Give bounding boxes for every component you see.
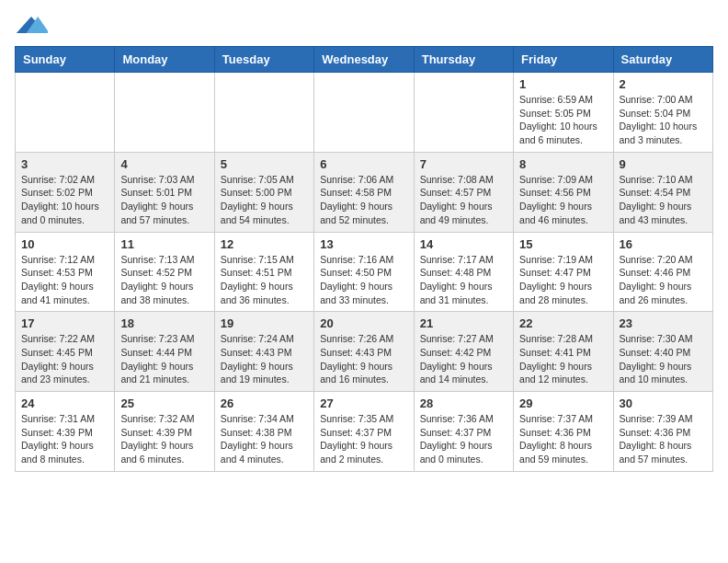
calendar-cell [314,73,414,153]
day-number: 3 [21,157,108,171]
calendar-cell: 20Sunrise: 7:26 AM Sunset: 4:43 PM Dayli… [314,312,414,392]
day-number: 21 [420,316,507,330]
day-info: Sunrise: 7:22 AM Sunset: 4:45 PM Dayligh… [21,332,108,386]
day-number: 26 [221,396,308,410]
day-info: Sunrise: 7:27 AM Sunset: 4:42 PM Dayligh… [420,332,507,386]
day-info: Sunrise: 6:59 AM Sunset: 5:05 PM Dayligh… [519,93,607,147]
day-number: 2 [620,77,707,91]
header [15,15,713,39]
calendar-cell: 8Sunrise: 7:09 AM Sunset: 4:56 PM Daylig… [514,152,613,232]
calendar-cell: 21Sunrise: 7:27 AM Sunset: 4:42 PM Dayli… [414,312,513,392]
day-info: Sunrise: 7:31 AM Sunset: 4:39 PM Dayligh… [21,412,108,466]
day-number: 7 [420,157,507,171]
day-info: Sunrise: 7:23 AM Sunset: 4:44 PM Dayligh… [120,332,208,386]
calendar-cell: 6Sunrise: 7:06 AM Sunset: 4:58 PM Daylig… [314,152,414,232]
day-number: 8 [519,157,607,171]
calendar-week-row: 3Sunrise: 7:02 AM Sunset: 5:02 PM Daylig… [16,152,713,232]
calendar-header-friday: Friday [514,47,613,73]
day-info: Sunrise: 7:24 AM Sunset: 4:43 PM Dayligh… [221,332,308,386]
calendar-week-row: 17Sunrise: 7:22 AM Sunset: 4:45 PM Dayli… [16,312,713,392]
day-info: Sunrise: 7:02 AM Sunset: 5:02 PM Dayligh… [21,173,108,227]
calendar-cell: 15Sunrise: 7:19 AM Sunset: 4:47 PM Dayli… [514,232,613,312]
day-number: 10 [21,237,108,251]
calendar-header-thursday: Thursday [414,47,513,73]
day-number: 25 [120,396,208,410]
day-number: 13 [320,237,407,251]
calendar-cell: 19Sunrise: 7:24 AM Sunset: 4:43 PM Dayli… [214,312,313,392]
logo [15,15,51,39]
day-number: 24 [21,396,108,410]
calendar-cell: 17Sunrise: 7:22 AM Sunset: 4:45 PM Dayli… [16,312,115,392]
calendar-week-row: 24Sunrise: 7:31 AM Sunset: 4:39 PM Dayli… [16,392,713,472]
day-info: Sunrise: 7:16 AM Sunset: 4:50 PM Dayligh… [320,253,407,307]
day-number: 27 [320,396,407,410]
calendar-week-row: 10Sunrise: 7:12 AM Sunset: 4:53 PM Dayli… [16,232,713,312]
calendar-cell: 13Sunrise: 7:16 AM Sunset: 4:50 PM Dayli… [314,232,414,312]
calendar-cell [16,73,115,153]
calendar-cell: 22Sunrise: 7:28 AM Sunset: 4:41 PM Dayli… [514,312,613,392]
calendar-header-sunday: Sunday [16,47,115,73]
day-info: Sunrise: 7:09 AM Sunset: 4:56 PM Dayligh… [519,173,607,227]
day-number: 11 [120,237,208,251]
day-number: 30 [620,396,707,410]
calendar-header-monday: Monday [115,47,214,73]
calendar-cell: 28Sunrise: 7:36 AM Sunset: 4:37 PM Dayli… [414,392,513,472]
calendar-cell: 18Sunrise: 7:23 AM Sunset: 4:44 PM Dayli… [115,312,214,392]
day-info: Sunrise: 7:36 AM Sunset: 4:37 PM Dayligh… [420,412,507,466]
day-info: Sunrise: 7:26 AM Sunset: 4:43 PM Dayligh… [320,332,407,386]
day-info: Sunrise: 7:20 AM Sunset: 4:46 PM Dayligh… [620,253,707,307]
day-info: Sunrise: 7:15 AM Sunset: 4:51 PM Dayligh… [221,253,308,307]
calendar-cell: 2Sunrise: 7:00 AM Sunset: 5:04 PM Daylig… [613,73,712,153]
day-number: 20 [320,316,407,330]
calendar-cell: 10Sunrise: 7:12 AM Sunset: 4:53 PM Dayli… [16,232,115,312]
day-info: Sunrise: 7:00 AM Sunset: 5:04 PM Dayligh… [620,93,707,147]
day-info: Sunrise: 7:17 AM Sunset: 4:48 PM Dayligh… [420,253,507,307]
day-number: 18 [120,316,208,330]
calendar-cell: 27Sunrise: 7:35 AM Sunset: 4:37 PM Dayli… [314,392,414,472]
calendar-cell: 1Sunrise: 6:59 AM Sunset: 5:05 PM Daylig… [514,73,613,153]
day-info: Sunrise: 7:19 AM Sunset: 4:47 PM Dayligh… [519,253,607,307]
day-number: 19 [221,316,308,330]
calendar-cell: 12Sunrise: 7:15 AM Sunset: 4:51 PM Dayli… [214,232,313,312]
calendar-cell: 30Sunrise: 7:39 AM Sunset: 4:36 PM Dayli… [613,392,712,472]
calendar-cell: 4Sunrise: 7:03 AM Sunset: 5:01 PM Daylig… [115,152,214,232]
calendar-cell: 29Sunrise: 7:37 AM Sunset: 4:36 PM Dayli… [514,392,613,472]
day-info: Sunrise: 7:12 AM Sunset: 4:53 PM Dayligh… [21,253,108,307]
day-number: 12 [221,237,308,251]
calendar-cell: 11Sunrise: 7:13 AM Sunset: 4:52 PM Dayli… [115,232,214,312]
day-info: Sunrise: 7:10 AM Sunset: 4:54 PM Dayligh… [620,173,707,227]
day-number: 17 [21,316,108,330]
day-info: Sunrise: 7:35 AM Sunset: 4:37 PM Dayligh… [320,412,407,466]
calendar-cell: 3Sunrise: 7:02 AM Sunset: 5:02 PM Daylig… [16,152,115,232]
day-number: 14 [420,237,507,251]
day-number: 4 [120,157,208,171]
calendar: SundayMondayTuesdayWednesdayThursdayFrid… [15,46,713,472]
calendar-cell: 7Sunrise: 7:08 AM Sunset: 4:57 PM Daylig… [414,152,513,232]
calendar-week-row: 1Sunrise: 6:59 AM Sunset: 5:05 PM Daylig… [16,73,713,153]
day-info: Sunrise: 7:39 AM Sunset: 4:36 PM Dayligh… [620,412,707,466]
calendar-header-wednesday: Wednesday [314,47,414,73]
calendar-cell: 16Sunrise: 7:20 AM Sunset: 4:46 PM Dayli… [613,232,712,312]
day-info: Sunrise: 7:13 AM Sunset: 4:52 PM Dayligh… [120,253,208,307]
day-number: 28 [420,396,507,410]
day-info: Sunrise: 7:30 AM Sunset: 4:40 PM Dayligh… [620,332,707,386]
calendar-cell: 24Sunrise: 7:31 AM Sunset: 4:39 PM Dayli… [16,392,115,472]
day-info: Sunrise: 7:34 AM Sunset: 4:38 PM Dayligh… [221,412,308,466]
calendar-cell: 26Sunrise: 7:34 AM Sunset: 4:38 PM Dayli… [214,392,313,472]
calendar-cell: 23Sunrise: 7:30 AM Sunset: 4:40 PM Dayli… [613,312,712,392]
calendar-header-row: SundayMondayTuesdayWednesdayThursdayFrid… [16,47,713,73]
calendar-cell: 5Sunrise: 7:05 AM Sunset: 5:00 PM Daylig… [214,152,313,232]
calendar-cell [115,73,214,153]
logo-icon [15,15,48,37]
day-number: 29 [519,396,607,410]
day-info: Sunrise: 7:08 AM Sunset: 4:57 PM Dayligh… [420,173,507,227]
day-number: 9 [620,157,707,171]
calendar-header-saturday: Saturday [613,47,712,73]
calendar-cell: 9Sunrise: 7:10 AM Sunset: 4:54 PM Daylig… [613,152,712,232]
calendar-cell: 25Sunrise: 7:32 AM Sunset: 4:39 PM Dayli… [115,392,214,472]
day-info: Sunrise: 7:06 AM Sunset: 4:58 PM Dayligh… [320,173,407,227]
day-number: 16 [620,237,707,251]
day-number: 6 [320,157,407,171]
calendar-cell [414,73,513,153]
day-info: Sunrise: 7:05 AM Sunset: 5:00 PM Dayligh… [221,173,308,227]
